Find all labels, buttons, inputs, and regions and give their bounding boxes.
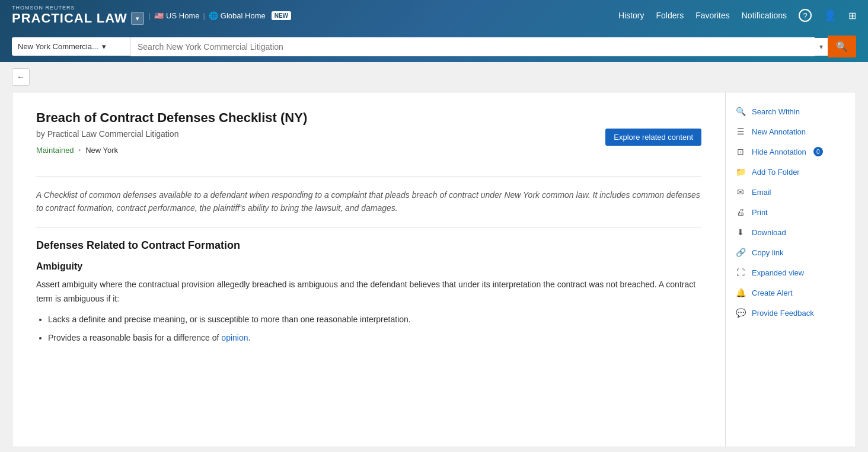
meta-location: New York	[85, 146, 118, 155]
back-arrow-icon: ←	[17, 72, 25, 82]
bullet-list-1: Lacks a definite and precise meaning, or…	[36, 313, 701, 344]
add-to-folder-label: Add To Folder	[752, 168, 800, 177]
provide-feedback-label: Provide Feedback	[752, 309, 814, 318]
back-button[interactable]: ←	[12, 68, 30, 86]
favorites-link[interactable]: Favorites	[695, 11, 730, 20]
expanded-view-action[interactable]: ⛶ Expanded view	[726, 262, 856, 283]
opinion-link[interactable]: opinion	[221, 333, 248, 342]
create-alert-action[interactable]: 🔔 Create Alert	[726, 283, 856, 303]
divider-2	[36, 227, 701, 227]
new-annotation-icon: ☰	[735, 126, 746, 137]
hide-annotation-icon: ⊡	[735, 146, 746, 157]
nav-divider: |	[203, 11, 205, 20]
copy-link-label: Copy link	[752, 248, 783, 257]
download-icon: ⬇	[735, 227, 746, 238]
doc-author: by Practical Law Commercial Litigation	[36, 129, 307, 139]
explore-related-button[interactable]: Explore related content	[605, 129, 701, 146]
search-icon: 🔍	[836, 41, 848, 52]
download-action[interactable]: ⬇ Download	[726, 222, 856, 242]
search-input[interactable]	[130, 37, 815, 56]
doc-abstract: A Checklist of common defenses available…	[36, 188, 701, 215]
doc-title-area: Breach of Contract Defenses Checklist (N…	[36, 110, 307, 164]
global-home-link[interactable]: 🌐 Global Home	[209, 11, 266, 20]
folder-icon: 📁	[735, 166, 746, 177]
print-icon: 🖨	[735, 207, 746, 217]
doc-header-row: Breach of Contract Defenses Checklist (N…	[36, 110, 701, 164]
expanded-view-label: Expanded view	[752, 268, 804, 277]
context-chevron-icon: ▾	[102, 42, 106, 51]
list-item-2-text: Provides a reasonable basis for a differ…	[48, 333, 221, 342]
download-label: Download	[752, 228, 786, 237]
email-label: Email	[752, 188, 771, 197]
history-link[interactable]: History	[618, 11, 644, 20]
search-button[interactable]: 🔍	[828, 36, 856, 57]
new-annotation-action[interactable]: ☰ New Annotation	[726, 121, 856, 142]
search-context-label: New York Commercia...	[18, 42, 98, 51]
us-flag-icon: 🇺🇸	[154, 11, 164, 20]
list-item-1: Lacks a definite and precise meaning, or…	[48, 313, 701, 326]
back-bar: ←	[0, 62, 868, 92]
status-badge: Maintained	[36, 146, 74, 155]
header-top: THOMSON REUTERS PRACTICAL LAW ▾ | 🇺🇸 US …	[0, 0, 868, 31]
subsection-1-title: Ambiguity	[36, 261, 701, 272]
hide-annotation-action[interactable]: ⊡ Hide Annotation 0	[726, 142, 856, 162]
body-text-1: Assert ambiguity where the contractual p…	[36, 278, 701, 306]
practical-law-logo: PRACTICAL LAW	[12, 11, 127, 26]
search-bar: New York Commercia... ▾ ▾ 🔍	[0, 31, 868, 62]
copy-link-action[interactable]: 🔗 Copy link	[726, 242, 856, 262]
search-dropdown-button[interactable]: ▾	[815, 38, 828, 56]
section-1-title: Defenses Related to Contract Formation	[36, 239, 701, 252]
logo-area: THOMSON REUTERS PRACTICAL LAW ▾	[12, 5, 144, 26]
add-to-folder-action[interactable]: 📁 Add To Folder	[726, 162, 856, 182]
new-badge: NEW	[272, 11, 291, 20]
header: THOMSON REUTERS PRACTICAL LAW ▾ | 🇺🇸 US …	[0, 0, 868, 62]
alert-icon: 🔔	[735, 287, 746, 298]
divider-1	[36, 176, 701, 177]
provide-feedback-action[interactable]: 💬 Provide Feedback	[726, 303, 856, 323]
nav-center: | 🇺🇸 US Home | 🌐 Global Home NEW	[149, 11, 291, 20]
doc-meta: Maintained • New York	[36, 146, 307, 155]
feedback-icon: 💬	[735, 307, 746, 318]
hide-annotation-label: Hide Annotation	[752, 148, 806, 156]
main-content: Breach of Contract Defenses Checklist (N…	[12, 92, 726, 447]
email-action[interactable]: ✉ Email	[726, 182, 856, 202]
person-icon[interactable]: 👤	[824, 9, 837, 22]
thomson-reuters-label: THOMSON REUTERS	[12, 5, 144, 11]
copy-link-icon: 🔗	[735, 247, 746, 258]
new-annotation-label: New Annotation	[752, 127, 806, 136]
help-icon[interactable]: ?	[799, 9, 812, 22]
email-icon: ✉	[735, 187, 746, 197]
us-home-link[interactable]: 🇺🇸 US Home	[154, 11, 199, 20]
expanded-view-icon: ⛶	[735, 267, 746, 278]
notifications-link[interactable]: Notifications	[742, 11, 787, 20]
sidebar: 🔍 Search Within ☰ New Annotation ⊡ Hide …	[726, 92, 856, 447]
nav-right: History Folders Favorites Notifications …	[618, 9, 856, 22]
print-action[interactable]: 🖨 Print	[726, 202, 856, 222]
grid-icon[interactable]: ⊞	[848, 10, 856, 21]
doc-title: Breach of Contract Defenses Checklist (N…	[36, 110, 307, 126]
print-label: Print	[752, 208, 768, 217]
search-within-label: Search Within	[752, 107, 800, 116]
annotation-count-badge: 0	[813, 147, 823, 156]
search-within-action[interactable]: 🔍 Search Within	[726, 101, 856, 121]
folders-link[interactable]: Folders	[656, 11, 684, 20]
logo-dropdown-button[interactable]: ▾	[131, 12, 144, 25]
search-within-icon: 🔍	[735, 106, 746, 117]
content-wrapper: Breach of Contract Defenses Checklist (N…	[0, 92, 868, 452]
globe-icon: 🌐	[209, 11, 218, 20]
search-context-selector[interactable]: New York Commercia... ▾	[12, 37, 130, 56]
meta-dot: •	[79, 147, 81, 153]
list-item-2: Provides a reasonable basis for a differ…	[48, 331, 701, 344]
create-alert-label: Create Alert	[752, 288, 793, 297]
